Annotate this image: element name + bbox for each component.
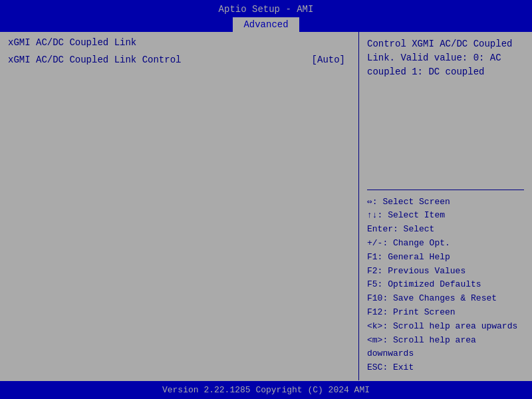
key-help-item: ↑↓: Select Item (367, 209, 524, 223)
left-panel: xGMI AC/DC Coupled Link xGMI AC/DC Coupl… (0, 32, 359, 380)
key-help-item: F12: Print Screen (367, 306, 524, 320)
key-help-item: <k>: Scroll help area upwards (367, 320, 524, 334)
setting-value: [Auto] (312, 55, 345, 65)
main-content: xGMI AC/DC Coupled Link xGMI AC/DC Coupl… (0, 32, 532, 380)
key-help-item: <m>: Scroll help area downwards (367, 334, 524, 362)
key-help-item: ESC: Exit (367, 361, 524, 375)
key-help-item: F1: General Help (367, 251, 524, 265)
section-header: xGMI AC/DC Coupled Link (8, 37, 350, 48)
app-title: Aptio Setup - AMI (219, 4, 314, 15)
key-help-item: F5: Optimized Defaults (367, 278, 524, 292)
key-help: ⇔: Select Screen↑↓: Select ItemEnter: Se… (367, 196, 524, 375)
title-bar: Aptio Setup - AMI (0, 0, 532, 17)
key-help-item: ⇔: Select Screen (367, 196, 524, 209)
key-help-item: F2: Previous Values (367, 265, 524, 279)
right-panel: Control XGMI AC/DC CoupledLink. Valid va… (359, 32, 532, 380)
setting-label: xGMI AC/DC Coupled Link Control (8, 55, 181, 65)
setting-row[interactable]: xGMI AC/DC Coupled Link Control [Auto] (8, 53, 350, 66)
help-description: Control XGMI AC/DC CoupledLink. Valid va… (367, 37, 524, 190)
tab-advanced[interactable]: Advanced (233, 17, 299, 32)
key-help-item: +/-: Change Opt. (367, 237, 524, 251)
footer: Version 2.22.1285 Copyright (C) 2024 AMI (0, 380, 532, 399)
help-text: Control XGMI AC/DC CoupledLink. Valid va… (367, 39, 512, 77)
tab-bar: Advanced (0, 17, 532, 32)
key-help-item: Enter: Select (367, 223, 524, 237)
footer-text: Version 2.22.1285 Copyright (C) 2024 AMI (162, 385, 370, 395)
key-help-item: F10: Save Changes & Reset (367, 292, 524, 306)
